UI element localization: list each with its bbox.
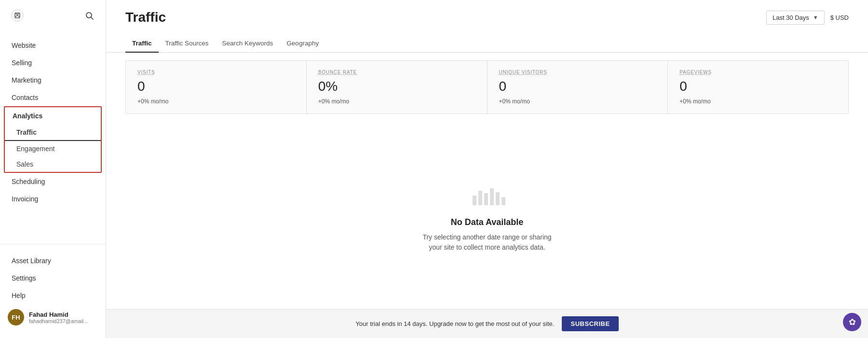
tabs-bar: Traffic Traffic Sources Search Keywords … bbox=[106, 29, 868, 53]
chat-icon: ✿ bbox=[849, 317, 856, 327]
stat-label-bounce-rate: BOUNCE RATE bbox=[318, 70, 475, 75]
stat-value-unique-visitors: 0 bbox=[499, 79, 656, 94]
page-title: Traffic bbox=[125, 10, 166, 25]
svg-rect-4 bbox=[478, 191, 482, 205]
sidebar-item-help[interactable]: Help bbox=[0, 287, 106, 304]
user-info: Fahad Hamid fahadhamid237@amail... bbox=[29, 311, 88, 324]
stat-card-pageviews: PAGEVIEWS 0 +0% mo/mo bbox=[668, 61, 848, 113]
stat-change-pageviews: +0% mo/mo bbox=[679, 98, 837, 105]
sidebar-item-invoicing[interactable]: Invoicing bbox=[0, 190, 106, 208]
svg-rect-8 bbox=[502, 197, 505, 205]
sidebar-top bbox=[0, 0, 106, 33]
trial-banner: Your trial ends in 14 days. Upgrade now … bbox=[106, 309, 868, 338]
stat-card-unique-visitors: UNIQUE VISITORS 0 +0% mo/mo bbox=[488, 61, 668, 113]
stat-label-unique-visitors: UNIQUE VISITORS bbox=[499, 70, 656, 75]
sidebar-sub-item-engagement[interactable]: Engagement bbox=[5, 141, 101, 156]
analytics-section: Analytics Traffic Engagement Sales bbox=[4, 106, 102, 173]
sidebar-item-marketing[interactable]: Marketing bbox=[0, 71, 106, 89]
stat-value-bounce-rate: 0% bbox=[318, 79, 475, 94]
stat-change-bounce-rate: +0% mo/mo bbox=[318, 98, 475, 105]
user-profile[interactable]: FH Fahad Hamid fahadhamid237@amail... bbox=[0, 304, 106, 330]
main-content: Traffic Last 30 Days ▼ $ USD Traffic Tra… bbox=[106, 0, 868, 338]
stat-change-unique-visitors: +0% mo/mo bbox=[499, 98, 656, 105]
user-name: Fahad Hamid bbox=[29, 311, 88, 318]
sidebar-item-contacts[interactable]: Contacts bbox=[0, 89, 106, 106]
svg-line-2 bbox=[91, 17, 94, 19]
chat-bubble[interactable]: ✿ bbox=[843, 313, 861, 331]
tab-geography[interactable]: Geography bbox=[280, 35, 326, 53]
svg-rect-6 bbox=[490, 188, 494, 205]
stat-change-visits: +0% mo/mo bbox=[137, 98, 295, 105]
sidebar-sub-item-sales[interactable]: Sales bbox=[5, 156, 101, 172]
main-header: Traffic Last 30 Days ▼ $ USD bbox=[106, 0, 868, 25]
svg-rect-3 bbox=[473, 196, 476, 205]
date-range-selector[interactable]: Last 30 Days ▼ bbox=[766, 11, 825, 25]
stat-label-pageviews: PAGEVIEWS bbox=[679, 70, 837, 75]
logo[interactable] bbox=[10, 8, 25, 25]
sidebar-item-scheduling[interactable]: Scheduling bbox=[0, 173, 106, 190]
sidebar-item-settings[interactable]: Settings bbox=[0, 269, 106, 287]
tab-traffic-sources[interactable]: Traffic Sources bbox=[159, 35, 216, 53]
sidebar-item-website[interactable]: Website bbox=[0, 37, 106, 54]
sidebar: Website Selling Marketing Contacts Analy… bbox=[0, 0, 106, 338]
subscribe-button[interactable]: SUBSCRIBE bbox=[562, 316, 618, 331]
chevron-down-icon: ▼ bbox=[813, 14, 818, 20]
sidebar-nav: Website Selling Marketing Contacts Analy… bbox=[0, 33, 106, 244]
avatar: FH bbox=[8, 309, 24, 325]
tab-search-keywords[interactable]: Search Keywords bbox=[216, 35, 280, 53]
sidebar-sub-item-traffic[interactable]: Traffic bbox=[5, 125, 101, 141]
no-data-title: No Data Available bbox=[451, 217, 524, 227]
sidebar-bottom: Asset Library Settings Help FH Fahad Ham… bbox=[0, 244, 106, 338]
stat-value-pageviews: 0 bbox=[679, 79, 837, 94]
date-range-label: Last 30 Days bbox=[773, 14, 809, 21]
stat-card-visits: VISITS 0 +0% mo/mo bbox=[126, 61, 307, 113]
stats-row: VISITS 0 +0% mo/mo BOUNCE RATE 0% +0% mo… bbox=[125, 60, 849, 114]
svg-rect-7 bbox=[496, 192, 500, 205]
sidebar-item-analytics[interactable]: Analytics bbox=[5, 107, 101, 125]
no-data-description: Try selecting another date range or shar… bbox=[422, 232, 551, 253]
empty-state: No Data Available Try selecting another … bbox=[106, 122, 868, 309]
trial-banner-text: Your trial ends in 14 days. Upgrade now … bbox=[355, 320, 554, 327]
sidebar-item-selling[interactable]: Selling bbox=[0, 54, 106, 71]
empty-chart-icon bbox=[468, 179, 506, 208]
sidebar-item-asset-library[interactable]: Asset Library bbox=[0, 252, 106, 269]
tab-traffic[interactable]: Traffic bbox=[125, 35, 159, 53]
header-right: Last 30 Days ▼ $ USD bbox=[766, 11, 849, 25]
svg-rect-5 bbox=[484, 193, 488, 205]
stat-label-visits: VISITS bbox=[137, 70, 295, 75]
user-email: fahadhamid237@amail... bbox=[29, 318, 88, 324]
search-button[interactable] bbox=[83, 10, 96, 24]
stat-card-bounce-rate: BOUNCE RATE 0% +0% mo/mo bbox=[307, 61, 488, 113]
stat-value-visits: 0 bbox=[137, 79, 295, 94]
currency-label: $ USD bbox=[830, 14, 849, 21]
